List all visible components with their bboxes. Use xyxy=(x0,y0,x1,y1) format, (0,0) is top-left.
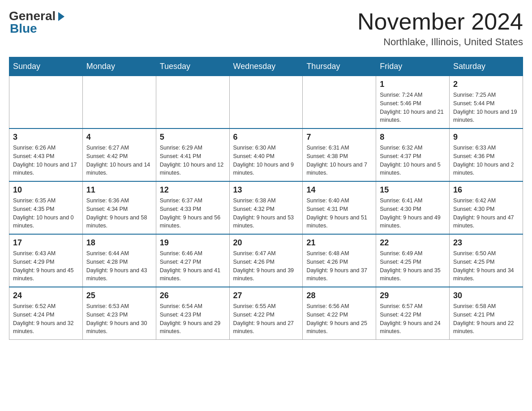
day-info: Sunrise: 7:24 AMSunset: 5:46 PMDaylight:… xyxy=(380,91,446,124)
day-number: 29 xyxy=(380,291,446,300)
day-info: Sunrise: 6:33 AMSunset: 4:36 PMDaylight:… xyxy=(453,144,519,177)
calendar-week-row: 1Sunrise: 7:24 AMSunset: 5:46 PMDaylight… xyxy=(9,76,523,129)
calendar-cell: 2Sunrise: 7:25 AMSunset: 5:44 PMDaylight… xyxy=(450,76,523,129)
day-number: 28 xyxy=(306,291,372,300)
day-number: 22 xyxy=(380,238,446,248)
day-number: 11 xyxy=(86,185,152,195)
calendar-cell: 21Sunrise: 6:48 AMSunset: 4:26 PMDayligh… xyxy=(303,234,376,287)
day-number: 24 xyxy=(13,291,79,300)
calendar-cell: 20Sunrise: 6:47 AMSunset: 4:26 PMDayligh… xyxy=(229,234,303,287)
calendar-cell: 14Sunrise: 6:40 AMSunset: 4:31 PMDayligh… xyxy=(303,181,376,234)
calendar-cell: 3Sunrise: 6:26 AMSunset: 4:43 PMDaylight… xyxy=(9,128,83,181)
calendar-cell: 13Sunrise: 6:38 AMSunset: 4:32 PMDayligh… xyxy=(229,181,303,234)
day-number: 13 xyxy=(233,185,299,195)
page-header: General Blue November 2024 Northlake, Il… xyxy=(9,9,523,48)
calendar-cell: 19Sunrise: 6:46 AMSunset: 4:27 PMDayligh… xyxy=(156,234,229,287)
day-number: 26 xyxy=(160,291,226,300)
location: Northlake, Illinois, United States xyxy=(357,36,523,48)
calendar-header-thursday: Thursday xyxy=(303,57,376,76)
month-title: November 2024 xyxy=(357,9,523,34)
logo-blue: Blue xyxy=(10,21,37,36)
calendar-week-row: 17Sunrise: 6:43 AMSunset: 4:29 PMDayligh… xyxy=(9,234,523,287)
day-info: Sunrise: 6:44 AMSunset: 4:28 PMDaylight:… xyxy=(86,249,152,283)
calendar-cell xyxy=(229,76,303,129)
calendar-cell: 23Sunrise: 6:50 AMSunset: 4:25 PMDayligh… xyxy=(450,234,523,287)
day-info: Sunrise: 6:52 AMSunset: 4:24 PMDaylight:… xyxy=(13,302,79,336)
day-number: 17 xyxy=(13,238,79,248)
calendar-cell: 11Sunrise: 6:36 AMSunset: 4:34 PMDayligh… xyxy=(82,181,156,234)
calendar-cell: 25Sunrise: 6:53 AMSunset: 4:23 PMDayligh… xyxy=(82,287,156,340)
day-info: Sunrise: 6:58 AMSunset: 4:21 PMDaylight:… xyxy=(453,302,519,336)
calendar-header-tuesday: Tuesday xyxy=(156,57,229,76)
day-info: Sunrise: 6:57 AMSunset: 4:22 PMDaylight:… xyxy=(380,302,446,336)
day-number: 2 xyxy=(453,80,519,89)
day-info: Sunrise: 6:41 AMSunset: 4:30 PMDaylight:… xyxy=(380,197,446,230)
day-number: 7 xyxy=(306,133,372,142)
calendar-header-sunday: Sunday xyxy=(9,57,83,76)
day-info: Sunrise: 6:37 AMSunset: 4:33 PMDaylight:… xyxy=(160,197,226,230)
calendar-cell: 26Sunrise: 6:54 AMSunset: 4:23 PMDayligh… xyxy=(156,287,229,340)
calendar-cell xyxy=(156,76,229,129)
calendar-cell: 15Sunrise: 6:41 AMSunset: 4:30 PMDayligh… xyxy=(376,181,450,234)
day-number: 12 xyxy=(160,185,226,195)
day-info: Sunrise: 6:46 AMSunset: 4:27 PMDaylight:… xyxy=(160,249,226,283)
calendar-cell: 17Sunrise: 6:43 AMSunset: 4:29 PMDayligh… xyxy=(9,234,83,287)
day-number: 20 xyxy=(233,238,299,248)
day-number: 27 xyxy=(233,291,299,300)
calendar-cell: 16Sunrise: 6:42 AMSunset: 4:30 PMDayligh… xyxy=(450,181,523,234)
day-number: 18 xyxy=(86,238,152,248)
calendar-cell: 27Sunrise: 6:55 AMSunset: 4:22 PMDayligh… xyxy=(229,287,303,340)
day-info: Sunrise: 6:55 AMSunset: 4:22 PMDaylight:… xyxy=(233,302,299,336)
day-number: 16 xyxy=(453,185,519,195)
calendar-cell: 6Sunrise: 6:30 AMSunset: 4:40 PMDaylight… xyxy=(229,128,303,181)
calendar-cell: 4Sunrise: 6:27 AMSunset: 4:42 PMDaylight… xyxy=(82,128,156,181)
day-number: 21 xyxy=(306,238,372,248)
calendar-week-row: 3Sunrise: 6:26 AMSunset: 4:43 PMDaylight… xyxy=(9,128,523,181)
calendar-cell xyxy=(303,76,376,129)
calendar-cell: 9Sunrise: 6:33 AMSunset: 4:36 PMDaylight… xyxy=(450,128,523,181)
day-info: Sunrise: 6:47 AMSunset: 4:26 PMDaylight:… xyxy=(233,249,299,283)
calendar-table: SundayMondayTuesdayWednesdayThursdayFrid… xyxy=(9,57,523,340)
day-info: Sunrise: 6:32 AMSunset: 4:37 PMDaylight:… xyxy=(380,144,446,177)
day-number: 9 xyxy=(453,133,519,142)
calendar-cell: 1Sunrise: 7:24 AMSunset: 5:46 PMDaylight… xyxy=(376,76,450,129)
day-info: Sunrise: 6:30 AMSunset: 4:40 PMDaylight:… xyxy=(233,144,299,177)
calendar-cell: 10Sunrise: 6:35 AMSunset: 4:35 PMDayligh… xyxy=(9,181,83,234)
day-info: Sunrise: 6:36 AMSunset: 4:34 PMDaylight:… xyxy=(86,197,152,230)
day-info: Sunrise: 6:49 AMSunset: 4:25 PMDaylight:… xyxy=(380,249,446,283)
day-info: Sunrise: 6:50 AMSunset: 4:25 PMDaylight:… xyxy=(453,249,519,283)
calendar-cell: 24Sunrise: 6:52 AMSunset: 4:24 PMDayligh… xyxy=(9,287,83,340)
day-number: 19 xyxy=(160,238,226,248)
day-info: Sunrise: 6:53 AMSunset: 4:23 PMDaylight:… xyxy=(86,302,152,336)
calendar-cell: 22Sunrise: 6:49 AMSunset: 4:25 PMDayligh… xyxy=(376,234,450,287)
calendar-header-monday: Monday xyxy=(82,57,156,76)
day-info: Sunrise: 6:35 AMSunset: 4:35 PMDaylight:… xyxy=(13,197,79,230)
day-number: 30 xyxy=(453,291,519,300)
calendar-cell: 18Sunrise: 6:44 AMSunset: 4:28 PMDayligh… xyxy=(82,234,156,287)
calendar-cell: 8Sunrise: 6:32 AMSunset: 4:37 PMDaylight… xyxy=(376,128,450,181)
day-info: Sunrise: 6:31 AMSunset: 4:38 PMDaylight:… xyxy=(306,144,372,177)
calendar-cell: 5Sunrise: 6:29 AMSunset: 4:41 PMDaylight… xyxy=(156,128,229,181)
calendar-cell: 30Sunrise: 6:58 AMSunset: 4:21 PMDayligh… xyxy=(450,287,523,340)
day-number: 1 xyxy=(380,80,446,89)
day-info: Sunrise: 6:29 AMSunset: 4:41 PMDaylight:… xyxy=(160,144,226,177)
day-number: 10 xyxy=(13,185,79,195)
day-info: Sunrise: 6:26 AMSunset: 4:43 PMDaylight:… xyxy=(13,144,79,177)
calendar-header-row: SundayMondayTuesdayWednesdayThursdayFrid… xyxy=(9,57,523,76)
day-number: 15 xyxy=(380,185,446,195)
calendar-cell: 7Sunrise: 6:31 AMSunset: 4:38 PMDaylight… xyxy=(303,128,376,181)
logo: General Blue xyxy=(9,9,64,36)
day-number: 4 xyxy=(86,133,152,142)
day-info: Sunrise: 6:40 AMSunset: 4:31 PMDaylight:… xyxy=(306,197,372,230)
day-info: Sunrise: 6:56 AMSunset: 4:22 PMDaylight:… xyxy=(306,302,372,336)
day-number: 14 xyxy=(306,185,372,195)
day-number: 3 xyxy=(13,133,79,142)
day-info: Sunrise: 7:25 AMSunset: 5:44 PMDaylight:… xyxy=(453,91,519,124)
calendar-header-wednesday: Wednesday xyxy=(229,57,303,76)
calendar-cell xyxy=(9,76,83,129)
day-info: Sunrise: 6:38 AMSunset: 4:32 PMDaylight:… xyxy=(233,197,299,230)
day-number: 8 xyxy=(380,133,446,142)
day-info: Sunrise: 6:43 AMSunset: 4:29 PMDaylight:… xyxy=(13,249,79,283)
day-number: 5 xyxy=(160,133,226,142)
calendar-cell: 29Sunrise: 6:57 AMSunset: 4:22 PMDayligh… xyxy=(376,287,450,340)
